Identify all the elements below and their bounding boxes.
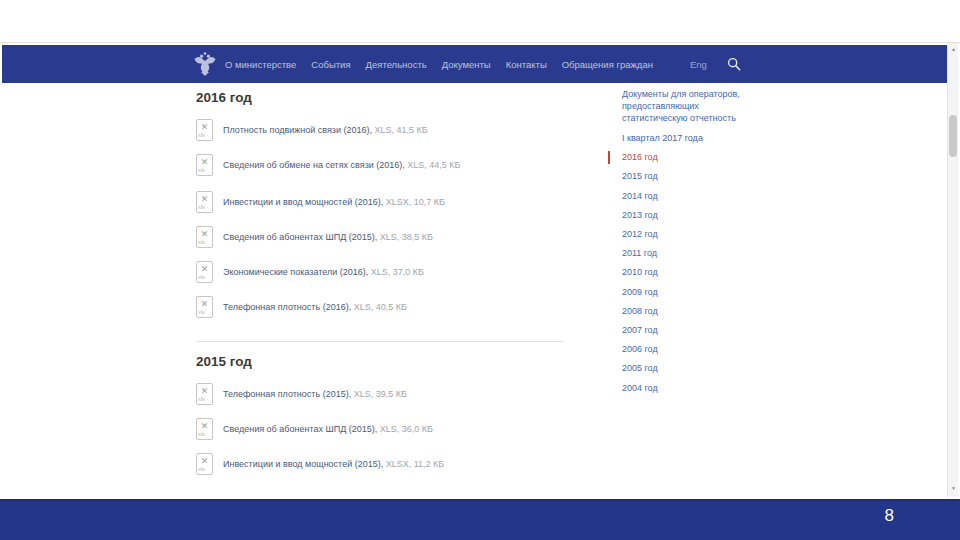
vertical-scrollbar[interactable]: ▲ ▼: [947, 43, 958, 497]
xls-label: xls: [197, 431, 205, 437]
xls-file-icon: ✕xls: [196, 154, 213, 176]
document-meta: XLSX, 11,2 КБ: [386, 459, 445, 469]
xls-label: xls: [197, 132, 205, 138]
document-link[interactable]: Телефонная плотность (2015),: [223, 389, 351, 399]
scrollbar-thumb[interactable]: [949, 115, 957, 157]
document-text: Инвестиции и ввод мощностей (2015), XLSX…: [223, 453, 444, 475]
sidebar-item-2014[interactable]: 2014 год: [622, 187, 757, 206]
document-row: ✕xls Инвестиции и ввод мощностей (2015),…: [196, 453, 444, 475]
sidebar-item-2009[interactable]: 2009 год: [622, 283, 757, 302]
nav-item-activity[interactable]: Деятельность: [366, 59, 427, 70]
slide-footer-band: 8: [0, 499, 960, 540]
nav-item-citizen-appeals[interactable]: Обращения граждан: [562, 59, 653, 70]
x-glyph: ✕: [201, 421, 209, 431]
nav-item-contacts[interactable]: Контакты: [506, 59, 547, 70]
x-glyph: ✕: [201, 299, 209, 309]
language-switch-eng[interactable]: Eng: [690, 59, 707, 70]
document-meta: XLS, 37,0 КБ: [371, 267, 424, 277]
nav-item-events[interactable]: События: [311, 59, 350, 70]
document-meta: XLS, 39,5 КБ: [354, 389, 407, 399]
document-link[interactable]: Телефонная плотность (2016),: [223, 302, 351, 312]
scroll-up-icon[interactable]: ▲: [948, 46, 959, 52]
nav-right-group: Eng: [690, 45, 741, 83]
document-text: Сведения об абонентах ШПД (2015), XLS, 3…: [223, 418, 433, 440]
x-glyph: ✕: [201, 264, 209, 274]
x-glyph: ✕: [201, 456, 209, 466]
document-text: Экономические показатели (2016), XLS, 37…: [223, 261, 424, 283]
x-glyph: ✕: [201, 229, 209, 239]
document-row: ✕xls Телефонная плотность (2015), XLS, 3…: [196, 383, 407, 405]
sidebar-item-2010[interactable]: 2010 год: [622, 263, 757, 282]
nav-item-documents[interactable]: Документы: [442, 59, 491, 70]
document-row: ✕xls Сведения об обмене на сетях связи (…: [196, 154, 461, 176]
document-link[interactable]: Инвестиции и ввод мощностей (2015),: [223, 459, 383, 469]
xls-file-icon: ✕xls: [196, 453, 213, 475]
x-glyph: ✕: [201, 157, 209, 167]
sidebar-links: I квартал 2017 года 2016 год 2015 год 20…: [622, 129, 757, 398]
sidebar-years: Документы для операторов, предоставляющи…: [622, 88, 757, 398]
xls-label: xls: [197, 167, 205, 173]
sidebar-item-2015[interactable]: 2015 год: [622, 167, 757, 186]
sidebar-item-2007[interactable]: 2007 год: [622, 321, 757, 340]
document-row: ✕xls Сведения об абонентах ШПД (2015), X…: [196, 418, 433, 440]
nav-menu: О министерстве События Деятельность Доку…: [225, 59, 653, 70]
document-row: ✕xls Телефонная плотность (2016), XLS, 4…: [196, 296, 407, 318]
xls-file-icon: ✕xls: [196, 119, 213, 141]
section-separator: [196, 341, 564, 342]
document-text: Инвестиции и ввод мощностей (2016), XLSX…: [223, 191, 445, 213]
search-icon[interactable]: [727, 57, 741, 71]
document-text: Сведения об обмене на сетях связи (2016)…: [223, 154, 461, 176]
sidebar-title-link[interactable]: Документы для операторов, предоставляющи…: [622, 88, 757, 124]
document-link[interactable]: Сведения об обмене на сетях связи (2016)…: [223, 160, 405, 170]
screenshot-top-border: [0, 42, 960, 43]
sidebar-item-2013[interactable]: 2013 год: [622, 206, 757, 225]
xls-label: xls: [197, 204, 205, 210]
document-meta: XLS, 38,5 КБ: [380, 232, 433, 242]
nav-item-about-ministry[interactable]: О министерстве: [225, 59, 296, 70]
section-heading-2016: 2016 год: [196, 90, 252, 105]
x-glyph: ✕: [201, 386, 209, 396]
sidebar-item-2004[interactable]: 2004 год: [622, 379, 757, 398]
sidebar-item-2006[interactable]: 2006 год: [622, 340, 757, 359]
document-link[interactable]: Инвестиции и ввод мощностей (2016),: [223, 197, 383, 207]
slide: О министерстве События Деятельность Доку…: [0, 0, 960, 540]
site-navbar: О министерстве События Деятельность Доку…: [2, 45, 947, 83]
sidebar-item-2011[interactable]: 2011 год: [622, 244, 757, 263]
document-link[interactable]: Сведения об абонентах ШПД (2015),: [223, 424, 377, 434]
document-meta: XLSX, 10,7 КБ: [386, 197, 445, 207]
document-text: Плотность подвижной связи (2016), XLS, 4…: [223, 119, 428, 141]
xls-label: xls: [197, 309, 205, 315]
scroll-down-icon[interactable]: ▼: [948, 485, 959, 491]
slide-page-number: 8: [885, 506, 894, 526]
document-row: ✕xls Сведения об абонентах ШПД (2015), X…: [196, 226, 433, 248]
xls-label: xls: [197, 239, 205, 245]
sidebar-item-quarter1-2017[interactable]: I квартал 2017 года: [622, 129, 757, 148]
section-heading-2015: 2015 год: [196, 354, 252, 369]
xls-file-icon: ✕xls: [196, 296, 213, 318]
document-text: Сведения об абонентах ШПД (2015), XLS, 3…: [223, 226, 433, 248]
document-link[interactable]: Сведения об абонентах ШПД (2015),: [223, 232, 377, 242]
xls-label: xls: [197, 274, 205, 280]
xls-file-icon: ✕xls: [196, 383, 213, 405]
x-glyph: ✕: [201, 122, 209, 132]
sidebar-item-2005[interactable]: 2005 год: [622, 359, 757, 378]
xls-file-icon: ✕xls: [196, 261, 213, 283]
x-glyph: ✕: [201, 194, 209, 204]
document-row: ✕xls Инвестиции и ввод мощностей (2016),…: [196, 191, 445, 213]
document-link[interactable]: Плотность подвижной связи (2016),: [223, 125, 372, 135]
document-row: ✕xls Экономические показатели (2016), XL…: [196, 261, 424, 283]
xls-file-icon: ✕xls: [196, 418, 213, 440]
document-text: Телефонная плотность (2016), XLS, 40,5 К…: [223, 296, 407, 318]
document-meta: XLS, 44,5 КБ: [407, 160, 460, 170]
document-row: ✕xls Плотность подвижной связи (2016), X…: [196, 119, 428, 141]
sidebar-item-2008[interactable]: 2008 год: [622, 302, 757, 321]
sidebar-item-2016[interactable]: 2016 год: [622, 148, 757, 167]
document-meta: XLS, 40,5 КБ: [354, 302, 407, 312]
document-meta: XLS, 41,5 КБ: [375, 125, 428, 135]
document-text: Телефонная плотность (2015), XLS, 39,5 К…: [223, 383, 407, 405]
coat-of-arms-logo: [193, 51, 217, 77]
xls-file-icon: ✕xls: [196, 226, 213, 248]
xls-label: xls: [197, 466, 205, 472]
sidebar-item-2012[interactable]: 2012 год: [622, 225, 757, 244]
document-link[interactable]: Экономические показатели (2016),: [223, 267, 368, 277]
